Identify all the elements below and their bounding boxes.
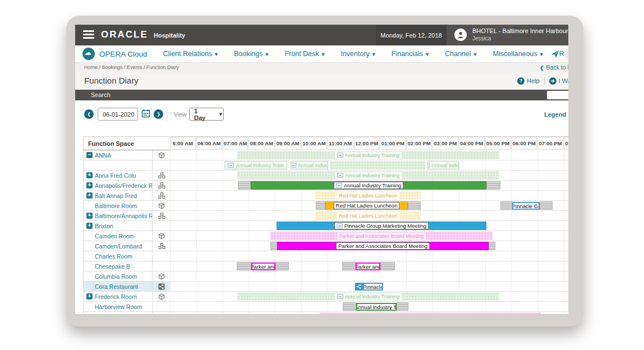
event-bar[interactable]: ▪▪Pinnacle Group Marketing Meeting (277, 222, 486, 230)
search-action-button[interactable] (547, 91, 568, 99)
event-bar[interactable]: ▪▪Annual Indust (291, 161, 328, 169)
expand-icon[interactable]: + (86, 223, 93, 229)
setup-teardown-block[interactable] (380, 262, 395, 270)
rocket-icon[interactable] (550, 48, 561, 59)
nav-item-inventory[interactable]: Inventory▼ (341, 50, 376, 58)
setup-teardown-block[interactable] (238, 181, 251, 190)
room-icon-cell (152, 251, 171, 261)
setup-teardown-block[interactable] (342, 262, 356, 270)
chevron-down-icon: ▼ (425, 52, 430, 57)
setup-teardown-block[interactable] (343, 302, 356, 311)
i-want-to-icon[interactable]: ➔ (549, 77, 556, 85)
expand-icon[interactable]: + (86, 293, 93, 300)
setup-teardown-block[interactable] (397, 302, 408, 311)
nav-item-channel[interactable]: Channel▼ (445, 50, 478, 58)
date-input[interactable] (98, 108, 138, 121)
function-space-name[interactable]: Camden/Lombard (95, 243, 142, 250)
setup-teardown-block[interactable] (237, 262, 251, 270)
cube-icon (152, 271, 171, 282)
event-bar[interactable]: Annual Industry Tr (356, 303, 397, 311)
share-icon[interactable] (355, 283, 363, 291)
event-bar[interactable]: ▪▪Annual Industry Training (237, 292, 499, 301)
event-bar[interactable]: Parker and Associates Board Meeting (270, 232, 493, 240)
setup-teardown-block[interactable] (486, 181, 500, 190)
setup-teardown-block[interactable] (316, 201, 325, 210)
setup-teardown-block[interactable] (270, 242, 277, 250)
nav-item-client-relations[interactable]: Client Relations▼ (163, 50, 219, 58)
event-bar[interactable]: Red Hat Ladies Luncheon (315, 191, 421, 200)
function-space-name[interactable]: Cora Restaurant (95, 283, 138, 290)
brand-subtitle: Hospitality (154, 32, 185, 39)
expand-icon[interactable]: + (86, 182, 93, 188)
expand-icon[interactable]: + (86, 213, 93, 219)
function-space-row: +Balt Annap Fred (83, 191, 170, 201)
combine-icon (152, 191, 171, 201)
breadcrumb[interactable]: Home / Bookings / Events / Function Diar… (84, 65, 179, 70)
help-link[interactable]: Help (527, 77, 540, 84)
event-bar[interactable]: Parker and Associates Board Meeting (277, 242, 489, 250)
setup-teardown-block[interactable] (275, 262, 289, 270)
event-bar[interactable] (320, 312, 541, 314)
opera-cloud-icon[interactable]: ☁ (82, 48, 95, 60)
i-want-to-link[interactable]: I Wan (559, 77, 568, 84)
nav-item-miscellaneous[interactable]: Miscellaneous▼ (493, 50, 544, 58)
oracle-logo: ORACLE (101, 29, 148, 40)
function-space-name[interactable]: Balt Annap Fred (95, 192, 137, 199)
event-type-icon: ▪▪ (427, 163, 430, 168)
function-space-name[interactable]: ANNA (95, 152, 111, 159)
function-space-name[interactable]: Camden Room (95, 233, 135, 240)
function-space-name[interactable]: Brixton (95, 223, 113, 229)
search-bar[interactable]: Search (75, 90, 568, 100)
room-icon-cell (152, 302, 171, 312)
time-slot: 05:00 PM (485, 137, 511, 150)
function-space-name[interactable]: Baltimore Room (95, 202, 137, 209)
grid-row[interactable] (170, 271, 568, 282)
expand-icon[interactable]: + (86, 192, 93, 199)
function-space-name[interactable]: Columbia Room (95, 273, 137, 280)
event-bar[interactable]: Pinnacle (363, 283, 383, 291)
view-select[interactable]: 1 Day▼ (189, 108, 224, 121)
time-header: 5:00 AM06:00 AM07:00 AM08:00 AM09:00 AM1… (170, 136, 568, 150)
grid-row[interactable] (170, 251, 568, 261)
event-bar[interactable]: ▪▪Annual Industry Training (251, 181, 486, 190)
opera-cloud-label[interactable]: OPERA Cloud (99, 50, 148, 58)
event-bar[interactable]: ▪▪Annual Indust (427, 161, 459, 169)
event-label: ▪▪Annual Indust (427, 163, 459, 168)
event-bar[interactable]: Parker and (356, 262, 380, 270)
nav-item-financials[interactable]: Financials▼ (392, 50, 430, 58)
event-bar[interactable]: Pinnacle Gr (512, 202, 540, 210)
nav-item-bookings[interactable]: Bookings▼ (234, 50, 269, 58)
previous-day-button[interactable]: ❮ (84, 109, 94, 119)
function-space-name[interactable]: Annapolis/Frederick Room (95, 182, 152, 189)
event-bar[interactable]: Red Hat Ladies Luncheon (315, 211, 421, 220)
hamburger-menu-icon[interactable] (83, 30, 94, 39)
time-slot: 08:00 PM (564, 137, 568, 150)
setup-teardown-block[interactable] (489, 242, 495, 250)
setup-teardown-block[interactable] (540, 201, 553, 210)
setup-teardown-block[interactable] (500, 201, 512, 210)
share-icon (152, 282, 171, 292)
legend-button[interactable]: Legend (544, 111, 566, 118)
collapse-icon[interactable]: − (86, 152, 93, 158)
next-day-button[interactable]: ❯ (154, 109, 163, 119)
event-bar[interactable] (330, 161, 425, 169)
function-space-name[interactable]: Harborview Room (95, 303, 142, 310)
help-icon[interactable]: ? (517, 77, 525, 85)
chevron-down-icon: ▼ (214, 52, 219, 57)
event-bar[interactable]: ▪▪Annual Industry Train (224, 161, 287, 169)
nav-item-front-desk[interactable]: Front Desk▼ (284, 50, 325, 58)
function-space-name[interactable]: Charles Room (95, 253, 132, 260)
event-bar[interactable]: Red Hat Ladies Luncheon (325, 201, 408, 210)
setup-teardown-block[interactable] (408, 201, 421, 210)
calendar-icon[interactable] (141, 109, 150, 118)
function-space-name[interactable]: Frederick Room (95, 293, 137, 300)
event-bar[interactable]: ▪▪Annual Industry Training (237, 171, 499, 179)
function-space-name[interactable]: Chesepake B (95, 263, 130, 270)
event-bar[interactable]: ▪▪Annual Industry Training (237, 151, 499, 159)
function-space-name[interactable]: Baltimore/Annapolis Roo (95, 213, 152, 219)
expand-icon[interactable]: + (86, 172, 93, 178)
account-area[interactable]: BHOTEL - Baltimore Inner Harbour East H … (447, 25, 568, 45)
event-bar[interactable]: Parker and (251, 262, 275, 270)
function-space-name[interactable]: Anna Fred Colu (95, 172, 136, 179)
back-link[interactable]: ❮Back to K (540, 64, 568, 71)
